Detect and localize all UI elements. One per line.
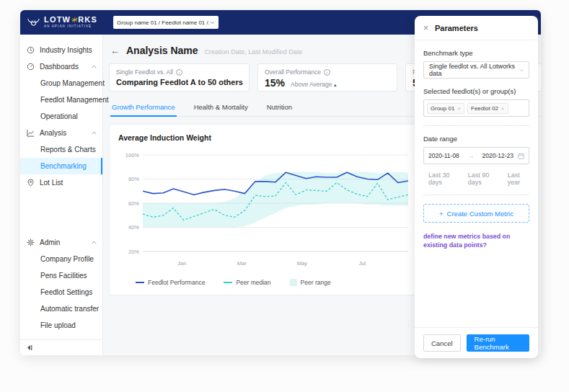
- chart-title: Average Induction Weight: [118, 133, 413, 142]
- close-icon[interactable]: ×: [423, 23, 428, 33]
- sidebar-item-feedlot-settings[interactable]: Feedlot Settings: [20, 284, 102, 300]
- chevron-up-icon: [92, 241, 97, 244]
- sidebar-item-automatic-transfer[interactable]: Automatic transfer: [20, 300, 102, 317]
- calendar-icon[interactable]: [518, 153, 524, 159]
- comparison-value: Comparing Feedlot A to 50 others: [116, 78, 242, 86]
- create-custom-metric-button[interactable]: + Create Custom Metric: [423, 204, 529, 223]
- cattle-icon: [27, 17, 40, 28]
- svg-text:100%: 100%: [125, 152, 140, 159]
- tab-health-mortality[interactable]: Health & Mortality: [193, 100, 250, 116]
- quick-range-90-days[interactable]: Last 90 days: [468, 172, 498, 186]
- collapse-sidebar-icon[interactable]: [27, 344, 34, 351]
- tab-nutrition[interactable]: Nutrition: [265, 100, 294, 116]
- date-range-label: Date range: [423, 135, 529, 143]
- page-subtitle: Creation Date, Last Modified Date: [205, 48, 303, 55]
- page-title: Analysis Name: [126, 45, 198, 56]
- remove-chip-icon[interactable]: ×: [501, 105, 505, 112]
- sidebar-item-reports-charts[interactable]: Reports & Charts: [20, 141, 102, 158]
- dashboard-icon: [27, 63, 35, 71]
- chip-group-01[interactable]: Group 01×: [427, 103, 464, 114]
- peer-range-swatch: [290, 279, 297, 286]
- summary-card-overall-performance: Overall Performancei 15% Above Average ▴: [257, 63, 397, 92]
- screenshot-stage: LOTW RKS AN APIAN INITIATIVE Group name …: [0, 0, 569, 392]
- induction-weight-chart: 100%80%60%40%20%JanMarMayJul: [118, 148, 411, 272]
- benchmark-type-label: Benchmark type: [423, 49, 529, 57]
- svg-text:40%: 40%: [128, 224, 139, 231]
- info-icon[interactable]: i: [176, 69, 182, 76]
- sidebar-item-industry-insights[interactable]: Industry Insights: [20, 42, 102, 58]
- divider: [423, 195, 529, 195]
- svg-text:Mar: Mar: [237, 260, 247, 267]
- quick-range-last-year[interactable]: Last year: [508, 172, 529, 186]
- selected-feedlots-label: Selected feedlot(s) or group(s): [423, 87, 529, 95]
- sidebar-item-operational[interactable]: Operational: [20, 108, 102, 125]
- logo-subtitle: AN APIAN INITIATIVE: [44, 25, 97, 29]
- sidebar-item-feedlot-management[interactable]: Feedlot Management: [20, 92, 102, 108]
- info-icon[interactable]: i: [324, 69, 330, 76]
- summary-card-comparison: Single Feedlot vs. Alli Comparing Feedlo…: [109, 63, 250, 92]
- sidebar-item-dashboards[interactable]: Dashboards: [20, 58, 102, 75]
- line-chart-icon: [27, 129, 35, 137]
- back-arrow-icon[interactable]: ←: [110, 45, 120, 56]
- define-metrics-link[interactable]: define new metrics based on existing dat…: [423, 233, 529, 250]
- sidebar-item-file-upload[interactable]: File upload: [20, 317, 102, 334]
- history-icon: [27, 46, 35, 54]
- svg-text:20%: 20%: [128, 249, 139, 255]
- chevron-down-icon: [519, 68, 524, 72]
- lotworks-logo: LOTW RKS AN APIAN INITIATIVE: [20, 16, 105, 29]
- sidebar-item-admin[interactable]: Admin: [20, 234, 102, 251]
- svg-text:May: May: [297, 260, 307, 267]
- gear-icon: [27, 239, 35, 246]
- feedlot-performance-swatch: [136, 282, 144, 283]
- date-end[interactable]: 2020-12-23: [482, 152, 513, 159]
- context-selector[interactable]: Group name 01 / Feedlot name 01 /...: [113, 16, 219, 29]
- svg-text:Jul: Jul: [359, 260, 366, 267]
- plus-icon: +: [439, 210, 444, 218]
- rerun-benchmark-button[interactable]: Re-run Benchmark: [467, 334, 529, 352]
- parameters-panel: × Parameters Benchmark type Single feedl…: [415, 16, 538, 358]
- performance-percent: 15%: [265, 77, 285, 89]
- chevron-up-icon: [92, 131, 97, 135]
- date-start[interactable]: 2020-11-08: [428, 152, 459, 159]
- chevron-up-icon: [92, 65, 97, 68]
- panel-title: Parameters: [435, 24, 478, 32]
- sidebar-item-pens-facilities[interactable]: Pens Facilities: [20, 267, 102, 284]
- cancel-button[interactable]: Cancel: [423, 334, 461, 352]
- sidebar-item-group-management[interactable]: Group Management: [20, 75, 102, 92]
- svg-text:80%: 80%: [128, 176, 139, 182]
- divider: [423, 125, 529, 126]
- sidebar-item-lot-list[interactable]: Lot List: [20, 174, 102, 191]
- date-arrow-icon: →: [464, 152, 478, 159]
- remove-chip-icon[interactable]: ×: [457, 105, 461, 112]
- chart-card: Average Induction Weight 100%80%60%40%20…: [109, 124, 421, 295]
- trend-up-icon: ▴: [334, 82, 337, 87]
- svg-text:60%: 60%: [128, 200, 139, 207]
- chip-feedlot-02[interactable]: Feedlot 02×: [467, 103, 508, 114]
- benchmark-type-select[interactable]: Single feedlot vs. All Lotworks data: [423, 61, 529, 79]
- sidebar-item-benchmarking[interactable]: Benchmarking: [20, 158, 102, 174]
- date-range-input[interactable]: 2020-11-08 → 2020-12-23: [423, 147, 529, 164]
- logo-title: LOTW RKS: [44, 16, 97, 24]
- context-selector-value: Group name 01 / Feedlot name 01 /...: [117, 19, 210, 26]
- feedlot-chip-input[interactable]: Group 01× Feedlot 02×: [423, 99, 529, 117]
- performance-note: Above Average ▴: [291, 81, 336, 88]
- sidebar-item-company-profile[interactable]: Company Profile: [20, 251, 102, 267]
- chevron-down-icon: [210, 21, 215, 24]
- chart-legend: Feedlot Performance Peer median Peer ran…: [136, 279, 413, 286]
- sidebar: Industry Insights Dashboards Group Manag…: [20, 35, 103, 355]
- logo-star-icon: [71, 17, 78, 23]
- peer-median-swatch: [224, 282, 232, 283]
- location-pin-icon: [27, 179, 35, 187]
- quick-range-30-days[interactable]: Last 30 days: [428, 172, 459, 186]
- sidebar-item-analysis[interactable]: Analysis: [20, 125, 102, 141]
- svg-text:Jan: Jan: [177, 260, 186, 267]
- tab-growth-performance[interactable]: Growth Performance: [110, 100, 177, 117]
